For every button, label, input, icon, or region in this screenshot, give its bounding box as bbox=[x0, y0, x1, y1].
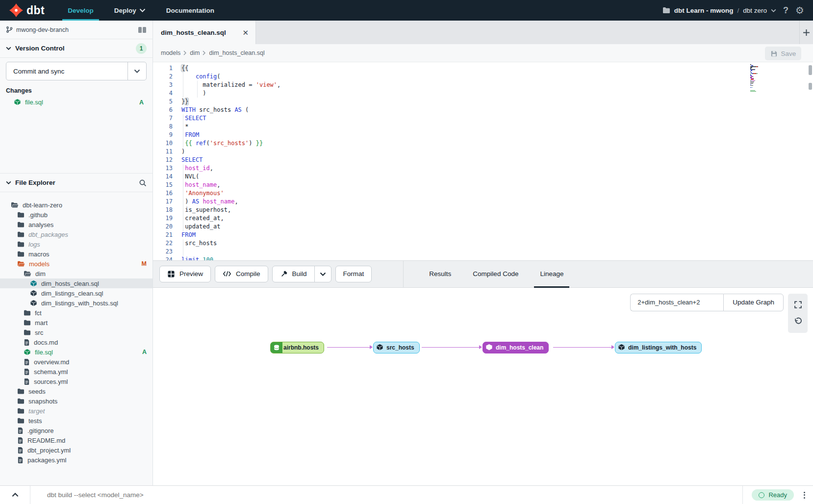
expand-console-button[interactable] bbox=[0, 486, 30, 504]
tree-item-dim[interactable]: dim bbox=[0, 269, 152, 278]
model-cube-icon bbox=[24, 349, 31, 356]
toolbar-buttons: PreviewCompileBuildFormat bbox=[159, 266, 376, 282]
build-split-button: Build bbox=[272, 266, 331, 282]
folder-icon bbox=[17, 407, 25, 414]
tree-item-docs-md[interactable]: docs.md bbox=[0, 337, 152, 347]
tree-item-dim-listings-with-hosts-sql[interactable]: dim_listings_with_hosts.sql bbox=[0, 298, 152, 308]
build-options-button[interactable] bbox=[314, 266, 331, 282]
lineage-node-dim-hosts-clean[interactable]: dim_hosts_clean bbox=[483, 342, 549, 353]
account-name: dbt Learn - mwong bbox=[674, 7, 734, 14]
changed-file-row[interactable]: file.sql A bbox=[6, 97, 147, 107]
tree-item-macros[interactable]: macros bbox=[0, 249, 152, 259]
commit-and-sync-button[interactable]: Commit and sync bbox=[6, 62, 127, 80]
tree-item-snapshots[interactable]: snapshots bbox=[0, 396, 152, 406]
tree-item-analyses[interactable]: analyses bbox=[0, 220, 152, 229]
nav-item-documentation[interactable]: Documentation bbox=[156, 0, 225, 21]
format-button[interactable]: Format bbox=[335, 266, 372, 282]
code-line-22: src_hosts bbox=[181, 239, 813, 248]
file-explorer-title: File Explorer bbox=[15, 179, 55, 186]
reset-view-icon[interactable] bbox=[794, 317, 802, 326]
lineage-node-label: dim_listings_with_hosts bbox=[627, 344, 701, 351]
tree-item-label: dim_listings_clean.sql bbox=[41, 290, 103, 297]
database-icon bbox=[271, 342, 282, 353]
code-line-13: host_id, bbox=[181, 164, 813, 173]
code-line-4: ) bbox=[181, 89, 813, 98]
kebab-menu-icon[interactable] bbox=[802, 490, 807, 501]
tree-item-dim-hosts-clean-sql[interactable]: dim_hosts_clean.sql bbox=[0, 278, 152, 288]
panel-tab-compiled-code[interactable]: Compiled Code bbox=[462, 260, 529, 288]
tree-item-dbt-packages[interactable]: dbt_packages bbox=[0, 229, 152, 239]
model-cube-icon bbox=[30, 290, 37, 297]
code-editor[interactable]: 1234567891011121314151617181920212223242… bbox=[153, 62, 813, 260]
lineage-node-src-hosts[interactable]: src_hosts bbox=[373, 342, 420, 353]
code-pane[interactable]: {{ config( materialized = 'view', )}}WIT… bbox=[173, 62, 813, 260]
search-icon[interactable] bbox=[139, 179, 147, 187]
lineage-panel: airbnb.hostssrc_hostsdim_hosts_cleandim_… bbox=[153, 288, 813, 486]
tree-item-label: macros bbox=[28, 251, 50, 258]
editor-scrollbar[interactable] bbox=[809, 63, 812, 259]
tree-item-packages-yml[interactable]: packages.yml bbox=[0, 455, 152, 465]
breadcrumb-item[interactable]: models bbox=[161, 50, 180, 56]
tree-item-dbt-learn-zero[interactable]: dbt-learn-zero bbox=[0, 200, 152, 210]
tree-item--github[interactable]: .github bbox=[0, 210, 152, 220]
nav-item-deploy[interactable]: Deploy bbox=[104, 0, 156, 21]
tree-item-label: snapshots bbox=[28, 398, 57, 405]
dbt-logo[interactable]: dbt bbox=[0, 3, 57, 18]
tree-item-dbt-project-yml[interactable]: dbt_project.yml bbox=[0, 445, 152, 455]
lineage-graph[interactable]: airbnb.hostssrc_hostsdim_hosts_cleandim_… bbox=[153, 288, 813, 486]
tree-item-src[interactable]: src bbox=[0, 328, 152, 337]
tree-item-label: dbt_packages bbox=[28, 231, 68, 238]
file-explorer-header[interactable]: File Explorer bbox=[0, 174, 152, 192]
account-switcher[interactable]: dbt Learn - mwong / dbt zero bbox=[662, 7, 776, 14]
docs-book-icon[interactable] bbox=[138, 26, 147, 33]
help-icon[interactable]: ? bbox=[783, 5, 788, 16]
code-line-3: materialized = 'view', bbox=[181, 81, 813, 89]
new-tab-button[interactable] bbox=[799, 21, 813, 44]
lineage-node-airbnb-hosts[interactable]: airbnb.hosts bbox=[270, 342, 324, 353]
file-icon bbox=[24, 368, 30, 376]
compile-button[interactable]: Compile bbox=[215, 266, 268, 282]
tree-item-overview-md[interactable]: overview.md bbox=[0, 357, 152, 367]
nav-item-develop[interactable]: Develop bbox=[57, 0, 104, 21]
tree-item-file-sql[interactable]: file.sqlA bbox=[0, 347, 152, 357]
changes-count-badge: 1 bbox=[136, 43, 147, 54]
tree-item-models[interactable]: modelsM bbox=[0, 259, 152, 269]
tree-item-readme-md[interactable]: README.md bbox=[0, 435, 152, 445]
file-icon bbox=[17, 456, 24, 464]
tree-item-label: src bbox=[35, 329, 43, 336]
commit-options-button[interactable] bbox=[127, 62, 146, 80]
lineage-edge bbox=[422, 347, 482, 348]
tree-item-tests[interactable]: tests bbox=[0, 416, 152, 426]
tree-item-schema-yml[interactable]: schema.yml bbox=[0, 367, 152, 377]
tree-item-target[interactable]: target bbox=[0, 406, 152, 416]
tab-dim-hosts-clean[interactable]: dim_hosts_clean.sql ✕ bbox=[153, 21, 256, 44]
command-input[interactable] bbox=[30, 491, 742, 499]
lineage-node-label: src_hosts bbox=[385, 344, 419, 351]
build-button[interactable]: Build bbox=[273, 266, 314, 282]
panel-tab-results[interactable]: Results bbox=[418, 260, 462, 288]
update-graph-button[interactable]: Update Graph bbox=[723, 294, 784, 311]
lineage-node-dim-listings-with-hosts[interactable]: dim_listings_with_hosts bbox=[615, 342, 702, 353]
lineage-filter-input[interactable] bbox=[630, 294, 723, 311]
tree-item-seeds[interactable]: seeds bbox=[0, 386, 152, 396]
breadcrumb-item[interactable]: dim_hosts_clean.sql bbox=[209, 50, 264, 56]
panel-tab-lineage[interactable]: Lineage bbox=[529, 260, 574, 288]
tree-item-logs[interactable]: logs bbox=[0, 239, 152, 249]
tree-item-label: analyses bbox=[28, 221, 53, 228]
code-line-10: {{ ref('src_hosts') }} bbox=[181, 139, 813, 148]
tree-item-dim-listings-clean-sql[interactable]: dim_listings_clean.sql bbox=[0, 288, 152, 298]
tree-item-mart[interactable]: mart bbox=[0, 318, 152, 328]
tree-item--gitignore[interactable]: .gitignore bbox=[0, 426, 152, 435]
save-button[interactable]: Save bbox=[765, 47, 801, 60]
preview-button[interactable]: Preview bbox=[159, 266, 211, 282]
close-icon[interactable]: ✕ bbox=[242, 29, 249, 36]
settings-gear-icon[interactable]: ⚙ bbox=[795, 4, 804, 16]
tree-item-sources-yml[interactable]: sources.yml bbox=[0, 377, 152, 386]
dbt-logo-text: dbt bbox=[26, 4, 45, 17]
tree-item-label: .github bbox=[28, 211, 48, 219]
minimap[interactable] bbox=[750, 64, 770, 93]
tree-item-fct[interactable]: fct bbox=[0, 308, 152, 318]
fullscreen-icon[interactable] bbox=[794, 301, 802, 309]
version-control-header[interactable]: Version Control 1 bbox=[0, 39, 152, 58]
breadcrumb-item[interactable]: dim bbox=[190, 50, 200, 56]
